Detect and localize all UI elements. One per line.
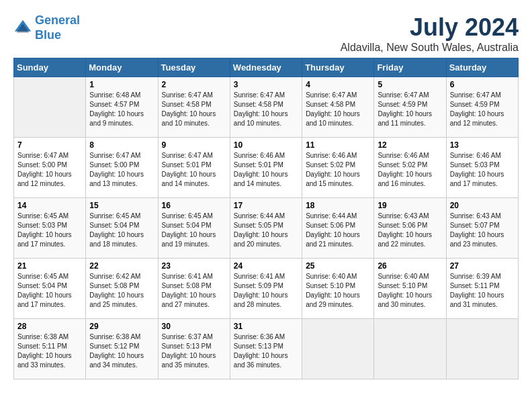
calendar-week-1: 1Sunrise: 6:48 AM Sunset: 4:57 PM Daylig…	[14, 77, 519, 138]
day-number: 30	[162, 322, 226, 331]
day-number: 7	[17, 140, 82, 150]
day-number: 14	[17, 201, 82, 210]
calendar-cell: 10Sunrise: 6:46 AM Sunset: 5:01 PM Dayli…	[230, 138, 302, 198]
day-info: Sunrise: 6:42 AM Sunset: 5:08 PM Dayligh…	[89, 272, 154, 310]
calendar-cell: 29Sunrise: 6:38 AM Sunset: 5:12 PM Dayli…	[86, 319, 158, 379]
calendar-cell: 9Sunrise: 6:47 AM Sunset: 5:01 PM Daylig…	[158, 138, 230, 198]
day-number: 13	[450, 140, 515, 150]
calendar-cell	[374, 319, 446, 379]
day-info: Sunrise: 6:48 AM Sunset: 4:57 PM Dayligh…	[89, 91, 154, 128]
calendar-cell	[446, 319, 518, 379]
calendar-cell: 1Sunrise: 6:48 AM Sunset: 4:57 PM Daylig…	[86, 77, 158, 138]
day-number: 9	[162, 140, 226, 150]
day-info: Sunrise: 6:40 AM Sunset: 5:10 PM Dayligh…	[306, 272, 370, 310]
weekday-header-tuesday: Tuesday	[158, 58, 230, 77]
calendar-cell: 25Sunrise: 6:40 AM Sunset: 5:10 PM Dayli…	[302, 259, 374, 319]
calendar-cell: 6Sunrise: 6:47 AM Sunset: 4:59 PM Daylig…	[446, 77, 518, 138]
logo-icon	[13, 19, 32, 38]
day-info: Sunrise: 6:46 AM Sunset: 5:02 PM Dayligh…	[306, 151, 370, 189]
day-number: 23	[162, 261, 226, 271]
day-info: Sunrise: 6:46 AM Sunset: 5:03 PM Dayligh…	[450, 151, 515, 189]
calendar-cell: 23Sunrise: 6:41 AM Sunset: 5:08 PM Dayli…	[158, 259, 230, 319]
calendar-cell: 5Sunrise: 6:47 AM Sunset: 4:59 PM Daylig…	[374, 77, 446, 138]
day-number: 2	[162, 80, 226, 89]
day-number: 10	[234, 140, 298, 150]
day-info: Sunrise: 6:41 AM Sunset: 5:08 PM Dayligh…	[162, 272, 226, 310]
calendar-cell: 27Sunrise: 6:39 AM Sunset: 5:11 PM Dayli…	[446, 259, 518, 319]
day-info: Sunrise: 6:43 AM Sunset: 5:07 PM Dayligh…	[450, 212, 515, 249]
calendar-cell: 24Sunrise: 6:41 AM Sunset: 5:09 PM Dayli…	[230, 259, 302, 319]
day-info: Sunrise: 6:47 AM Sunset: 4:58 PM Dayligh…	[306, 91, 370, 128]
day-number: 26	[378, 261, 442, 271]
day-info: Sunrise: 6:38 AM Sunset: 5:11 PM Dayligh…	[17, 332, 82, 370]
weekday-header-thursday: Thursday	[302, 58, 374, 77]
weekday-header-monday: Monday	[86, 58, 158, 77]
day-number: 4	[306, 80, 370, 89]
calendar-cell: 8Sunrise: 6:47 AM Sunset: 5:00 PM Daylig…	[86, 138, 158, 198]
title-location: Aldavilla, New South Wales, Australia	[341, 42, 519, 54]
weekday-header-wednesday: Wednesday	[230, 58, 302, 77]
calendar-cell: 31Sunrise: 6:36 AM Sunset: 5:13 PM Dayli…	[230, 319, 302, 379]
day-number: 27	[450, 261, 515, 271]
day-number: 22	[89, 261, 154, 271]
calendar-cell: 15Sunrise: 6:45 AM Sunset: 5:04 PM Dayli…	[86, 198, 158, 259]
title-month: July 2024	[341, 13, 519, 42]
calendar-cell: 12Sunrise: 6:46 AM Sunset: 5:02 PM Dayli…	[374, 138, 446, 198]
day-info: Sunrise: 6:47 AM Sunset: 5:00 PM Dayligh…	[17, 151, 82, 189]
weekday-header-row: SundayMondayTuesdayWednesdayThursdayFrid…	[14, 58, 519, 77]
day-number: 17	[234, 201, 298, 210]
day-info: Sunrise: 6:45 AM Sunset: 5:04 PM Dayligh…	[17, 272, 82, 310]
title-block: July 2024 Aldavilla, New South Wales, Au…	[341, 13, 519, 54]
calendar-cell: 18Sunrise: 6:44 AM Sunset: 5:06 PM Dayli…	[302, 198, 374, 259]
logo: General Blue	[13, 13, 80, 42]
day-number: 16	[162, 201, 226, 210]
day-number: 8	[89, 140, 154, 150]
header: General Blue July 2024 Aldavilla, New So…	[13, 13, 519, 54]
calendar-cell: 16Sunrise: 6:45 AM Sunset: 5:04 PM Dayli…	[158, 198, 230, 259]
calendar-cell: 21Sunrise: 6:45 AM Sunset: 5:04 PM Dayli…	[14, 259, 86, 319]
day-info: Sunrise: 6:47 AM Sunset: 4:58 PM Dayligh…	[162, 91, 226, 128]
calendar-cell: 20Sunrise: 6:43 AM Sunset: 5:07 PM Dayli…	[446, 198, 518, 259]
day-info: Sunrise: 6:39 AM Sunset: 5:11 PM Dayligh…	[450, 272, 515, 310]
day-number: 24	[234, 261, 298, 271]
day-number: 5	[378, 80, 442, 89]
calendar-week-3: 14Sunrise: 6:45 AM Sunset: 5:03 PM Dayli…	[14, 198, 519, 259]
day-number: 21	[17, 261, 82, 271]
day-info: Sunrise: 6:37 AM Sunset: 5:13 PM Dayligh…	[162, 332, 226, 370]
day-info: Sunrise: 6:41 AM Sunset: 5:09 PM Dayligh…	[234, 272, 298, 310]
day-number: 31	[234, 322, 298, 331]
calendar-cell: 14Sunrise: 6:45 AM Sunset: 5:03 PM Dayli…	[14, 198, 86, 259]
day-number: 28	[17, 322, 82, 331]
day-number: 20	[450, 201, 515, 210]
day-info: Sunrise: 6:46 AM Sunset: 5:01 PM Dayligh…	[234, 151, 298, 189]
day-info: Sunrise: 6:45 AM Sunset: 5:04 PM Dayligh…	[89, 212, 154, 249]
day-number: 6	[450, 80, 515, 89]
day-number: 18	[306, 201, 370, 210]
day-info: Sunrise: 6:45 AM Sunset: 5:04 PM Dayligh…	[162, 212, 226, 249]
calendar-cell	[14, 77, 86, 138]
calendar-cell: 3Sunrise: 6:47 AM Sunset: 4:58 PM Daylig…	[230, 77, 302, 138]
calendar-week-4: 21Sunrise: 6:45 AM Sunset: 5:04 PM Dayli…	[14, 259, 519, 319]
weekday-header-sunday: Sunday	[14, 58, 86, 77]
calendar-week-5: 28Sunrise: 6:38 AM Sunset: 5:11 PM Dayli…	[14, 319, 519, 379]
day-number: 29	[89, 322, 154, 331]
calendar-cell: 17Sunrise: 6:44 AM Sunset: 5:05 PM Dayli…	[230, 198, 302, 259]
day-number: 12	[378, 140, 442, 150]
weekday-header-friday: Friday	[374, 58, 446, 77]
calendar-cell: 30Sunrise: 6:37 AM Sunset: 5:13 PM Dayli…	[158, 319, 230, 379]
calendar-week-2: 7Sunrise: 6:47 AM Sunset: 5:00 PM Daylig…	[14, 138, 519, 198]
day-info: Sunrise: 6:47 AM Sunset: 4:59 PM Dayligh…	[450, 91, 515, 128]
logo-text: General Blue	[35, 13, 80, 42]
day-info: Sunrise: 6:47 AM Sunset: 5:00 PM Dayligh…	[89, 151, 154, 189]
calendar-cell: 28Sunrise: 6:38 AM Sunset: 5:11 PM Dayli…	[14, 319, 86, 379]
weekday-header-saturday: Saturday	[446, 58, 518, 77]
calendar-cell: 13Sunrise: 6:46 AM Sunset: 5:03 PM Dayli…	[446, 138, 518, 198]
calendar-cell: 2Sunrise: 6:47 AM Sunset: 4:58 PM Daylig…	[158, 77, 230, 138]
day-info: Sunrise: 6:38 AM Sunset: 5:12 PM Dayligh…	[89, 332, 154, 370]
day-info: Sunrise: 6:43 AM Sunset: 5:06 PM Dayligh…	[378, 212, 442, 249]
day-number: 15	[89, 201, 154, 210]
calendar-cell	[302, 319, 374, 379]
calendar-cell: 11Sunrise: 6:46 AM Sunset: 5:02 PM Dayli…	[302, 138, 374, 198]
day-info: Sunrise: 6:36 AM Sunset: 5:13 PM Dayligh…	[234, 332, 298, 370]
day-info: Sunrise: 6:47 AM Sunset: 5:01 PM Dayligh…	[162, 151, 226, 189]
